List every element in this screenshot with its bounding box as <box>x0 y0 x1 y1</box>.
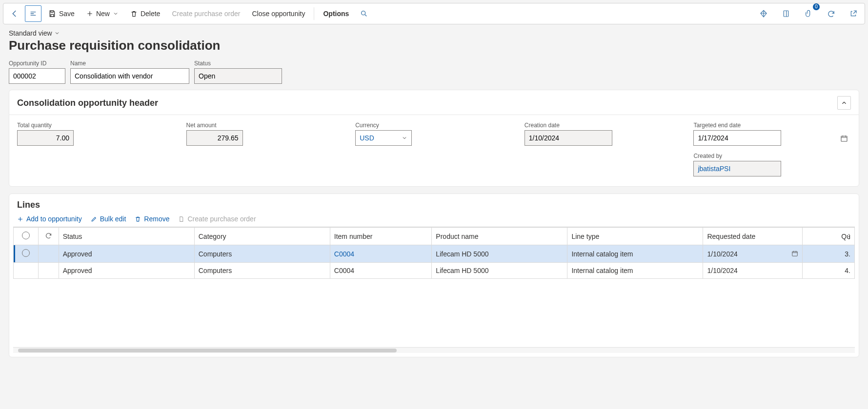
cell-category: Computers <box>194 245 330 263</box>
header-card: Consolidation opportunity header Total q… <box>9 90 859 187</box>
create-po-label: Create purchase order <box>172 10 240 18</box>
target-date-label: Targeted end date <box>693 122 851 129</box>
table-row[interactable]: Approved Computers C0004 Lifecam HD 5000… <box>14 245 855 263</box>
net-amount-label: Net amount <box>186 122 344 129</box>
trash-icon <box>130 10 138 18</box>
new-label: New <box>96 10 110 18</box>
lines-create-po-button: Create purchase order <box>178 215 256 223</box>
refresh-button[interactable] <box>823 5 839 22</box>
total-qty-field <box>17 130 74 146</box>
action-pane: Save New Delete Create purchase order Cl… <box>3 3 865 24</box>
grid-empty-area <box>13 279 855 347</box>
cell-qty: 3. <box>803 245 855 263</box>
new-button[interactable]: New <box>81 5 123 22</box>
product-header[interactable]: Product name <box>432 228 567 245</box>
delete-label: Delete <box>141 10 160 18</box>
options-tab[interactable]: Options <box>318 5 354 22</box>
options-label: Options <box>323 10 349 18</box>
currency-select[interactable]: USD <box>355 130 412 146</box>
save-icon <box>48 10 56 18</box>
refresh-header[interactable] <box>38 228 59 245</box>
search-button[interactable] <box>356 5 372 22</box>
chevron-down-icon <box>113 11 119 17</box>
attachments-count: 0 <box>813 3 820 10</box>
bulk-edit-button[interactable]: Bulk edit <box>91 215 126 223</box>
page-title: Purchase requisition consolidation <box>9 38 859 53</box>
cell-linetype: Internal catalog item <box>567 245 703 263</box>
popout-button[interactable] <box>845 5 862 22</box>
row-select[interactable] <box>14 263 39 279</box>
svg-rect-1 <box>784 11 788 17</box>
remove-button[interactable]: Remove <box>135 215 169 223</box>
row-indicator <box>38 263 59 279</box>
svg-point-0 <box>362 11 365 15</box>
save-button[interactable]: Save <box>43 5 80 22</box>
add-label: Add to opportunity <box>26 215 82 223</box>
item-header[interactable]: Item number <box>330 228 432 245</box>
cell-item[interactable]: C0004 <box>330 245 432 263</box>
more-columns-icon[interactable]: ⋮ <box>846 233 852 240</box>
opp-id-label: Opportunity ID <box>9 60 65 67</box>
lines-card-title: Lines <box>17 200 40 210</box>
cell-status: Approved <box>59 263 194 279</box>
select-all-header[interactable] <box>14 228 39 245</box>
trash-icon <box>135 216 141 222</box>
add-to-opportunity-button[interactable]: Add to opportunity <box>17 215 82 223</box>
chevron-down-icon <box>54 30 60 36</box>
back-button[interactable] <box>6 5 23 22</box>
close-opp-label: Close opportunity <box>252 10 305 18</box>
collapse-button[interactable] <box>837 96 851 110</box>
row-indicator <box>38 245 59 263</box>
created-by-label: Created by <box>693 153 851 159</box>
cell-item[interactable]: C0004 <box>330 263 432 279</box>
toolbar-separator <box>314 7 314 20</box>
create-po-button: Create purchase order <box>167 5 245 22</box>
delete-button[interactable]: Delete <box>125 5 165 22</box>
name-label: Name <box>70 60 189 67</box>
view-selector[interactable]: Standard view <box>9 29 60 37</box>
calendar-icon[interactable] <box>791 250 798 257</box>
grid-header-row: Status Category Item number Product name… <box>14 228 855 245</box>
target-date-field[interactable] <box>693 130 781 146</box>
pencil-icon <box>91 216 97 222</box>
menu-toggle-button[interactable] <box>25 5 41 22</box>
cell-linetype: Internal catalog item <box>567 263 703 279</box>
lines-create-po-label: Create purchase order <box>187 215 256 223</box>
linetype-header[interactable]: Line type <box>567 228 703 245</box>
calendar-icon[interactable] <box>840 135 848 142</box>
attachments-icon[interactable]: 0 <box>800 5 817 22</box>
refresh-icon <box>45 232 52 239</box>
name-field[interactable] <box>70 68 189 84</box>
cell-reqdate[interactable]: 1/10/2024 <box>703 263 803 279</box>
table-row[interactable]: Approved Computers C0004 Lifecam HD 5000… <box>14 263 855 279</box>
cell-qty: 4. <box>803 263 855 279</box>
svg-rect-3 <box>792 251 798 255</box>
side-panel-icon[interactable] <box>778 5 794 22</box>
currency-label: Currency <box>355 122 513 129</box>
creation-date-label: Creation date <box>525 122 682 129</box>
status-header[interactable]: Status <box>59 228 194 245</box>
view-label: Standard view <box>9 29 52 37</box>
cell-reqdate[interactable]: 1/10/2024 <box>703 245 803 263</box>
created-by-value: jbatistaPSI <box>698 165 730 173</box>
diamond-icon[interactable] <box>755 5 772 22</box>
close-opportunity-button[interactable]: Close opportunity <box>247 5 310 22</box>
grid-hscrollbar[interactable] <box>13 347 855 353</box>
total-qty-label: Total quantity <box>17 122 175 129</box>
net-amount-field <box>186 130 243 146</box>
svg-rect-2 <box>841 136 847 141</box>
lines-grid: Status Category Item number Product name… <box>13 227 855 347</box>
document-icon <box>178 216 184 222</box>
reqdate-header[interactable]: Requested date <box>703 228 803 245</box>
lines-card: Lines Add to opportunity Bulk edit Remov… <box>9 194 859 357</box>
status-field <box>194 68 282 84</box>
opp-id-field[interactable] <box>9 68 65 84</box>
qty-header[interactable]: Qu⋮ <box>803 228 855 245</box>
row-select[interactable] <box>14 245 39 263</box>
plus-icon <box>17 216 23 222</box>
cell-status: Approved <box>59 245 194 263</box>
save-label: Save <box>59 10 75 18</box>
creation-date-field <box>525 130 612 146</box>
created-by-field: jbatistaPSI <box>693 161 781 176</box>
category-header[interactable]: Category <box>194 228 330 245</box>
